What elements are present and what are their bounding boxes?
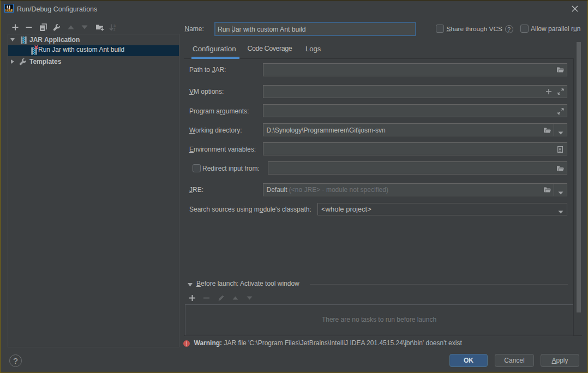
- svg-text:z: z: [113, 27, 116, 31]
- svg-text:EAP: EAP: [6, 9, 11, 12]
- svg-text:a: a: [113, 23, 116, 27]
